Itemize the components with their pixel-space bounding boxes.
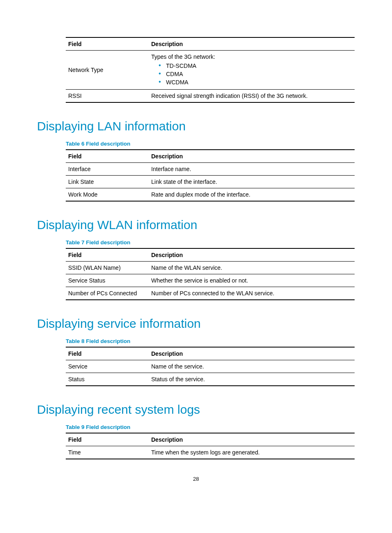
cell-description: Rate and duplex mode of the interface. xyxy=(149,188,355,202)
table-row: Number of PCs Connected Number of PCs co… xyxy=(66,287,355,300)
table-row: Work Mode Rate and duplex mode of the in… xyxy=(66,188,355,202)
cell-field: Service Status xyxy=(66,274,149,287)
table-8: Field Description Service Name of the se… xyxy=(66,347,355,386)
cell-description: Status of the service. xyxy=(149,373,355,386)
table-header-description: Description xyxy=(149,248,355,262)
bullet-item: TD-SCDMA xyxy=(159,62,352,70)
table-row: Network Type Types of the 3G network: TD… xyxy=(66,51,355,90)
cell-field: Network Type xyxy=(66,51,149,90)
table-header-field: Field xyxy=(66,347,149,360)
cell-description: Types of the 3G network: TD-SCDMA CDMA W… xyxy=(149,51,355,90)
section-heading-wlan: Displaying WLAN information xyxy=(37,218,355,232)
table-caption-8: Table 8 Field description xyxy=(66,338,355,344)
cell-description: Number of PCs connected to the WLAN serv… xyxy=(149,287,355,300)
table-6: Field Description Interface Interface na… xyxy=(66,149,355,202)
section-heading-logs: Displaying recent system logs xyxy=(37,403,355,417)
cell-field: Number of PCs Connected xyxy=(66,287,149,300)
table-caption-9: Table 9 Field description xyxy=(66,424,355,430)
table-caption-6: Table 6 Field description xyxy=(66,141,355,147)
table-header-description: Description xyxy=(149,150,355,163)
table-7: Field Description SSID (WLAN Name) Name … xyxy=(66,248,355,300)
cell-field: Work Mode xyxy=(66,188,149,202)
bullet-list: TD-SCDMA CDMA WCDMA xyxy=(159,62,352,86)
table-row: Service Name of the service. xyxy=(66,360,355,373)
cell-description: Whether the service is enabled or not. xyxy=(149,274,355,287)
cell-field: RSSI xyxy=(66,90,149,103)
table-row: Interface Interface name. xyxy=(66,163,355,176)
cell-description: Link state of the interface. xyxy=(149,176,355,188)
table-row: RSSI Received signal strength indication… xyxy=(66,90,355,103)
bullet-item: CDMA xyxy=(159,70,352,78)
table-header-field: Field xyxy=(66,433,149,446)
desc-intro: Types of the 3G network: xyxy=(151,53,352,60)
cell-description: Name of the WLAN service. xyxy=(149,262,355,274)
top-table-header-field: Field xyxy=(66,37,149,51)
cell-description: Interface name. xyxy=(149,163,355,176)
cell-field: SSID (WLAN Name) xyxy=(66,262,149,274)
cell-description: Name of the service. xyxy=(149,360,355,373)
section-heading-lan: Displaying LAN information xyxy=(37,119,355,133)
table-header-field: Field xyxy=(66,248,149,262)
table-header-description: Description xyxy=(149,347,355,360)
bullet-item: WCDMA xyxy=(159,78,352,86)
table-row: Status Status of the service. xyxy=(66,373,355,386)
cell-field: Status xyxy=(66,373,149,386)
table-row: Time Time when the system logs are gener… xyxy=(66,446,355,459)
cell-field: Interface xyxy=(66,163,149,176)
table-row: SSID (WLAN Name) Name of the WLAN servic… xyxy=(66,262,355,274)
top-table: Field Description Network Type Types of … xyxy=(66,37,355,103)
cell-field: Service xyxy=(66,360,149,373)
cell-description: Received signal strength indication (RSS… xyxy=(149,90,355,103)
table-header-field: Field xyxy=(66,150,149,163)
table-row: Service Status Whether the service is en… xyxy=(66,274,355,287)
table-row: Link State Link state of the interface. xyxy=(66,176,355,188)
top-table-header-description: Description xyxy=(149,37,355,51)
cell-description: Time when the system logs are generated. xyxy=(149,446,355,459)
table-header-description: Description xyxy=(149,433,355,446)
table-9: Field Description Time Time when the sys… xyxy=(66,433,355,459)
cell-field: Link State xyxy=(66,176,149,188)
page-number: 28 xyxy=(37,476,355,482)
section-heading-service: Displaying service information xyxy=(37,317,355,331)
table-caption-7: Table 7 Field description xyxy=(66,239,355,246)
cell-field: Time xyxy=(66,446,149,459)
